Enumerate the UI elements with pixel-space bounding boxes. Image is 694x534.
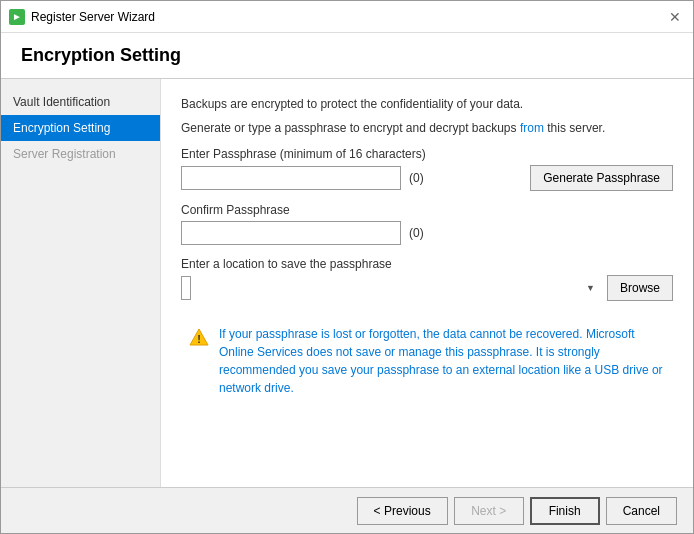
title-bar: ► Register Server Wizard ✕ bbox=[1, 1, 693, 33]
dialog-window: ► Register Server Wizard ✕ Encryption Se… bbox=[0, 0, 694, 534]
passphrase-row: (0) Generate Passphrase bbox=[181, 165, 673, 191]
passphrase-group: Enter Passphrase (minimum of 16 characte… bbox=[181, 147, 673, 191]
generate-passphrase-button[interactable]: Generate Passphrase bbox=[530, 165, 673, 191]
location-label: Enter a location to save the passphrase bbox=[181, 257, 673, 271]
sidebar-item-vault-identification[interactable]: Vault Identification bbox=[1, 89, 160, 115]
passphrase-input[interactable] bbox=[181, 166, 401, 190]
sidebar: Vault Identification Encryption Setting … bbox=[1, 79, 161, 487]
page-title: Encryption Setting bbox=[21, 45, 673, 66]
title-bar-left: ► Register Server Wizard bbox=[9, 9, 155, 25]
location-section: Enter a location to save the passphrase … bbox=[181, 257, 673, 301]
page-title-bar: Encryption Setting bbox=[1, 33, 693, 79]
warning-box: ! If your passphrase is lost or forgotte… bbox=[181, 317, 673, 405]
next-button[interactable]: Next > bbox=[454, 497, 524, 525]
close-button[interactable]: ✕ bbox=[665, 7, 685, 27]
footer: < Previous Next > Finish Cancel bbox=[1, 487, 693, 533]
info-line-1: Backups are encrypted to protect the con… bbox=[181, 95, 673, 113]
svg-text:!: ! bbox=[197, 333, 201, 345]
confirm-passphrase-row: (0) bbox=[181, 221, 673, 245]
main-content: Vault Identification Encryption Setting … bbox=[1, 79, 693, 487]
content-area: Backups are encrypted to protect the con… bbox=[161, 79, 693, 487]
passphrase-label: Enter Passphrase (minimum of 16 characte… bbox=[181, 147, 673, 161]
title-bar-text: Register Server Wizard bbox=[31, 10, 155, 24]
app-icon: ► bbox=[9, 9, 25, 25]
finish-button[interactable]: Finish bbox=[530, 497, 600, 525]
location-dropdown[interactable] bbox=[181, 276, 191, 300]
confirm-passphrase-group: Confirm Passphrase (0) bbox=[181, 203, 673, 245]
sidebar-item-encryption-setting[interactable]: Encryption Setting bbox=[1, 115, 160, 141]
previous-button[interactable]: < Previous bbox=[357, 497, 448, 525]
passphrase-count: (0) bbox=[409, 171, 424, 185]
confirm-count: (0) bbox=[409, 226, 424, 240]
browse-button[interactable]: Browse bbox=[607, 275, 673, 301]
cancel-button[interactable]: Cancel bbox=[606, 497, 677, 525]
warning-icon: ! bbox=[189, 327, 209, 347]
location-row: Browse bbox=[181, 275, 673, 301]
info-line-2: Generate or type a passphrase to encrypt… bbox=[181, 119, 673, 137]
sidebar-item-server-registration: Server Registration bbox=[1, 141, 160, 167]
location-dropdown-wrapper bbox=[181, 276, 599, 300]
confirm-passphrase-label: Confirm Passphrase bbox=[181, 203, 673, 217]
confirm-passphrase-input[interactable] bbox=[181, 221, 401, 245]
warning-text: If your passphrase is lost or forgotten,… bbox=[219, 325, 665, 397]
